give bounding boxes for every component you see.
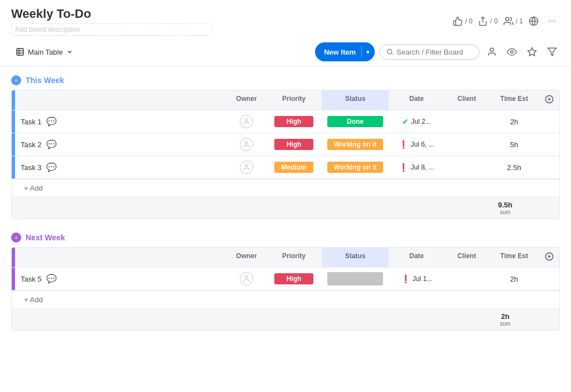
table-row: Task 3 💬 Medium Working on it bbox=[12, 156, 559, 179]
top-bar: Weekly To-Do Add board description / 0 /… bbox=[0, 0, 571, 38]
task-name-cell[interactable]: Task 1 💬 bbox=[15, 112, 227, 131]
search-box[interactable] bbox=[379, 45, 480, 60]
client-cell bbox=[444, 117, 489, 126]
globe-icon bbox=[529, 16, 539, 26]
add-row-next-week: + Add bbox=[12, 291, 559, 308]
svg-point-22 bbox=[245, 276, 248, 279]
avatar bbox=[240, 272, 253, 285]
share-button[interactable]: / 0 bbox=[478, 16, 497, 26]
status-badge: Working on it bbox=[327, 139, 383, 150]
main-table-button[interactable]: Main Table bbox=[11, 45, 78, 59]
priority-cell[interactable]: High bbox=[266, 112, 322, 132]
comment-icon[interactable]: 💬 bbox=[46, 139, 57, 149]
content-area: + This Week Owner Priority Status Date C… bbox=[0, 66, 571, 353]
col-priority: Priority bbox=[266, 248, 322, 267]
group-toggle-this-week[interactable]: + bbox=[11, 75, 21, 85]
owner-cell[interactable] bbox=[227, 133, 266, 156]
table-row: Task 2 💬 High Working on it bbox=[12, 133, 559, 156]
avatar bbox=[240, 161, 253, 174]
owner-cell[interactable] bbox=[227, 268, 266, 290]
date-cell[interactable]: ❗ Jul 8, ... bbox=[389, 158, 444, 176]
client-cell bbox=[444, 274, 489, 283]
more-options-button[interactable]: ··· bbox=[544, 13, 560, 29]
add-col-icon bbox=[545, 95, 554, 104]
time-est-cell: 2.5h bbox=[489, 159, 539, 176]
comment-icon[interactable]: 💬 bbox=[46, 274, 57, 284]
group-this-week: + This Week Owner Priority Status Date C… bbox=[11, 75, 560, 219]
client-cell bbox=[444, 163, 489, 172]
date-check-icon: ✔ bbox=[402, 117, 409, 126]
table-this-week: Owner Priority Status Date Client Time E… bbox=[11, 90, 560, 219]
date-cell[interactable]: ✔ Jul 2... bbox=[389, 113, 444, 130]
add-row-button-next-week[interactable]: + Add bbox=[24, 296, 43, 304]
table-header-this-week: Owner Priority Status Date Client Time E… bbox=[12, 90, 559, 110]
svg-line-9 bbox=[391, 53, 393, 54]
priority-cell[interactable]: Medium bbox=[266, 157, 322, 177]
filter-icon[interactable] bbox=[544, 44, 560, 60]
status-cell[interactable]: Working on it bbox=[322, 157, 389, 177]
svg-point-16 bbox=[245, 119, 248, 122]
group-title-this-week[interactable]: This Week bbox=[26, 76, 64, 85]
col-priority: Priority bbox=[266, 90, 322, 110]
status-cell[interactable]: Working on it bbox=[322, 134, 389, 154]
col-add[interactable] bbox=[539, 248, 559, 267]
priority-cell[interactable]: High bbox=[266, 134, 322, 154]
table-icon bbox=[16, 47, 25, 56]
group-title-next-week[interactable]: Next Week bbox=[26, 233, 65, 242]
comment-icon[interactable]: 💬 bbox=[46, 162, 57, 172]
group-next-week: + Next Week Owner Priority Status Date C… bbox=[11, 233, 560, 331]
toolbar-left: Main Table bbox=[11, 45, 78, 59]
task-name-cell[interactable]: Task 2 💬 bbox=[15, 135, 227, 154]
owner-cell[interactable] bbox=[227, 156, 266, 178]
row-action-cell bbox=[539, 274, 559, 283]
search-icon bbox=[386, 48, 393, 56]
comment-icon[interactable]: 💬 bbox=[46, 117, 57, 127]
pin-icon[interactable] bbox=[524, 44, 540, 60]
row-action-cell bbox=[539, 163, 559, 172]
time-est-cell: 2h bbox=[489, 113, 539, 130]
avatar bbox=[240, 115, 253, 128]
add-row-this-week: + Add bbox=[12, 179, 559, 197]
date-cell[interactable]: ❗ Jul 1... bbox=[389, 270, 444, 288]
row-action-cell bbox=[539, 140, 559, 149]
date-alert-icon: ❗ bbox=[399, 163, 408, 172]
svg-point-10 bbox=[490, 48, 493, 51]
globe-button[interactable] bbox=[529, 16, 539, 26]
priority-badge: High bbox=[274, 116, 313, 127]
col-time-est: Time Est bbox=[489, 248, 539, 267]
status-cell[interactable] bbox=[322, 268, 389, 290]
task-name-cell[interactable]: Task 3 💬 bbox=[15, 158, 227, 177]
toolbar-right: New Item ▾ bbox=[315, 42, 560, 61]
owner-cell[interactable] bbox=[227, 110, 266, 133]
new-item-button[interactable]: New Item ▾ bbox=[315, 42, 375, 61]
like-button[interactable]: / 0 bbox=[453, 16, 472, 26]
col-add[interactable] bbox=[539, 90, 559, 110]
search-input[interactable] bbox=[396, 48, 472, 56]
eye-icon[interactable] bbox=[504, 44, 520, 60]
col-name bbox=[15, 248, 227, 267]
board-description[interactable]: Add board description bbox=[11, 23, 212, 36]
status-cell[interactable]: Done bbox=[322, 112, 389, 132]
new-item-chevron: ▾ bbox=[364, 49, 375, 55]
add-col-icon bbox=[545, 252, 554, 261]
person-filter-icon[interactable] bbox=[484, 44, 500, 60]
avatar bbox=[240, 138, 253, 151]
col-name bbox=[15, 90, 227, 110]
persons-button[interactable]: / 1 bbox=[504, 16, 523, 26]
svg-rect-4 bbox=[17, 49, 23, 55]
col-date: Date bbox=[389, 90, 444, 110]
svg-marker-12 bbox=[548, 48, 557, 56]
priority-cell[interactable]: High bbox=[266, 269, 322, 289]
col-owner: Owner bbox=[227, 248, 266, 267]
summary-cell-next-week: 2h sum bbox=[480, 312, 530, 327]
task-name-cell[interactable]: Task 5 💬 bbox=[15, 269, 227, 288]
date-cell[interactable]: ❗ Jul 6, ... bbox=[389, 135, 444, 153]
status-empty bbox=[327, 272, 383, 285]
svg-point-18 bbox=[245, 164, 248, 167]
col-owner: Owner bbox=[227, 90, 266, 110]
add-row-button-this-week[interactable]: + Add bbox=[24, 184, 43, 192]
persons-icon bbox=[504, 16, 514, 26]
priority-badge: Medium bbox=[274, 162, 313, 173]
row-action-cell bbox=[539, 117, 559, 126]
group-toggle-next-week[interactable]: + bbox=[11, 233, 21, 243]
